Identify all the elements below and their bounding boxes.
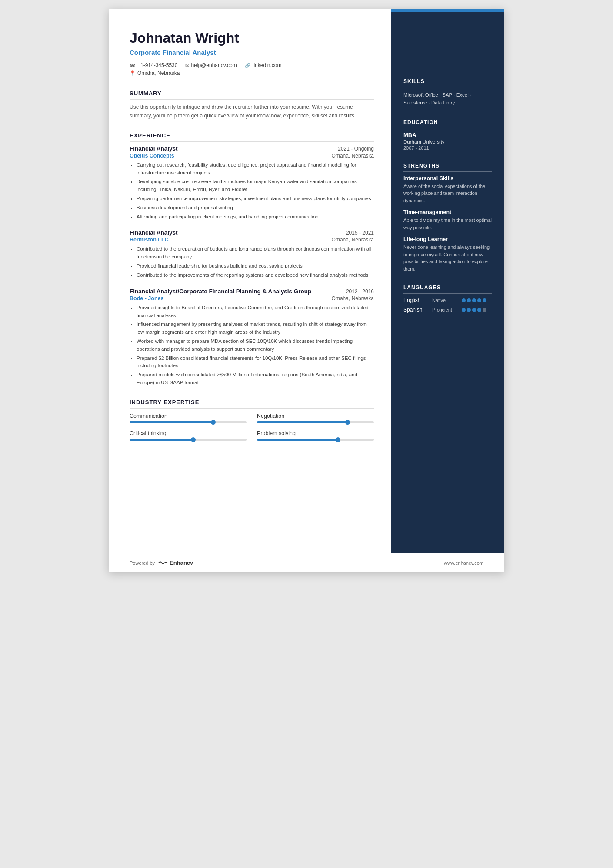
dot <box>462 308 466 312</box>
header-section: Johnatan Wright Corporate Financial Anal… <box>130 30 374 76</box>
contact-website: 🔗 linkedin.com <box>245 62 282 68</box>
bullet: Prepared models wich consolidated >$500 … <box>137 371 374 387</box>
exp-dates-2: 2015 - 2021 <box>346 230 374 236</box>
edu-degree-0: MBA <box>403 132 492 138</box>
exp-entry-2: Financial Analyst 2015 - 2021 Hermiston … <box>130 229 374 279</box>
email-icon: ✉ <box>185 63 189 68</box>
dot <box>477 298 481 302</box>
exp-entry-1: Financial Analyst 2021 - Ongoing Obelus … <box>130 145 374 221</box>
expertise-item-2: Critical thinking <box>130 430 247 441</box>
expertise-item-3: Problem solving <box>257 430 374 441</box>
exp-bullets-3: Provided insights to Board of Directors,… <box>130 304 374 387</box>
left-column: Johnatan Wright Corporate Financial Anal… <box>109 9 391 572</box>
expertise-item-0: Communication <box>130 413 247 423</box>
dot <box>467 298 471 302</box>
strength-desc-1: Able to divide my time in the most optim… <box>403 217 492 231</box>
contact-phone: ☎ +1-914-345-5530 <box>130 62 177 68</box>
dot <box>467 308 471 312</box>
bullet: Carrying out research, feasibility studi… <box>137 161 374 177</box>
expertise-bar-bg-3 <box>257 439 374 441</box>
bullet: Preparing performance improvement strate… <box>137 195 374 203</box>
bullet: Prepared $2 Billion consolidated financi… <box>137 355 374 370</box>
strength-title-1: Time-management <box>403 209 492 215</box>
strength-title-0: Interpersonal Skills <box>403 175 492 181</box>
summary-section: SUMMARY Use this opportunity to intrigue… <box>130 90 374 120</box>
exp-company-row-2: Hermiston LLC Omaha, Nebraska <box>130 237 374 243</box>
edu-school-0: Durham University <box>403 139 492 144</box>
lang-dots-1 <box>462 308 486 312</box>
expertise-grid: Communication Negotiation Critical think… <box>130 413 374 441</box>
exp-company-2: Hermiston LLC <box>130 237 169 243</box>
education-section: EDUCATION MBA Durham University 2007 - 2… <box>403 119 492 151</box>
expertise-bar-bg-0 <box>130 421 247 423</box>
footer: Powered by Enhancv www.enhancv.com <box>109 553 504 572</box>
education-title: EDUCATION <box>403 119 492 128</box>
lang-row-0: English Native <box>403 297 492 303</box>
expertise-title: INDUSTRY EXPERTISE <box>130 399 374 409</box>
strength-item-0: Interpersonal Skills Aware of the social… <box>403 175 492 204</box>
exp-entry-3: Financial Analyst/Corporate Financial Pl… <box>130 288 374 387</box>
contact-email: ✉ help@enhancv.com <box>185 62 237 68</box>
strength-desc-2: Never done learning and always seeking t… <box>403 244 492 272</box>
bullet: Provided insights to Board of Directors,… <box>137 304 374 320</box>
bullet: Business development and proposal writin… <box>137 204 374 212</box>
bullet: Contributed to the improvements of the r… <box>137 271 374 279</box>
footer-left: Powered by Enhancv <box>130 560 193 566</box>
experience-section: EXPERIENCE Financial Analyst 2021 - Ongo… <box>130 132 374 387</box>
footer-website: www.enhancv.com <box>444 560 483 566</box>
skills-section: SKILLS Microsoft Office · SAP · Excel · … <box>403 78 492 107</box>
summary-text: Use this opportunity to intrigue and dra… <box>130 103 374 120</box>
expertise-bar-fill-1 <box>257 421 348 423</box>
expertise-bar-bg-2 <box>130 439 247 441</box>
footer-logo: Enhancv <box>158 560 193 566</box>
bullet: Provided financial leadership for busine… <box>137 262 374 270</box>
location-icon: 📍 <box>130 70 136 76</box>
experience-title: EXPERIENCE <box>130 132 374 142</box>
exp-company-row-1: Obelus Concepts Omaha, Nebraska <box>130 153 374 159</box>
strength-desc-0: Aware of the social expectations of the … <box>403 183 492 204</box>
expertise-section: INDUSTRY EXPERTISE Communication Negotia… <box>130 399 374 441</box>
dot <box>477 308 481 312</box>
right-column: SKILLS Microsoft Office · SAP · Excel · … <box>391 9 504 572</box>
enhancv-logo-icon <box>158 560 168 566</box>
lang-name-1: Spanish <box>403 307 429 313</box>
lang-level-1: Proficient <box>432 307 458 312</box>
expertise-label-1: Negotiation <box>257 413 374 419</box>
bullet: Influenced management by presenting anal… <box>137 321 374 336</box>
dot <box>472 298 476 302</box>
exp-job-title-2: Financial Analyst <box>130 229 178 236</box>
accent-bar <box>391 9 504 12</box>
expertise-item-1: Negotiation <box>257 413 374 423</box>
dot <box>483 308 486 312</box>
contact-location: 📍 Omaha, Nebraska <box>130 70 180 76</box>
skills-title: SKILLS <box>403 78 492 87</box>
exp-company-3: Bode - Jones <box>130 295 164 302</box>
powered-by-label: Powered by <box>130 560 155 566</box>
exp-location-3: Omaha, Nebraska <box>332 295 374 302</box>
exp-location-1: Omaha, Nebraska <box>332 153 374 159</box>
exp-dates-3: 2012 - 2016 <box>346 288 374 295</box>
link-icon: 🔗 <box>245 63 251 68</box>
exp-location-2: Omaha, Nebraska <box>332 237 374 243</box>
dot <box>472 308 476 312</box>
brand-name: Enhancv <box>170 560 193 566</box>
exp-header-row-2: Financial Analyst 2015 - 2021 <box>130 229 374 236</box>
resume-document: Johnatan Wright Corporate Financial Anal… <box>109 9 504 572</box>
bullet: Developing suitable cost recovery tariff… <box>137 178 374 194</box>
skills-text: Microsoft Office · SAP · Excel · Salesfo… <box>403 91 492 107</box>
languages-title: LANGUAGES <box>403 285 492 294</box>
expertise-label-0: Communication <box>130 413 247 419</box>
edu-years-0: 2007 - 2011 <box>403 145 492 151</box>
summary-title: SUMMARY <box>130 90 374 100</box>
expertise-label-2: Critical thinking <box>130 430 247 436</box>
expertise-bar-bg-1 <box>257 421 374 423</box>
contact-row-1: ☎ +1-914-345-5530 ✉ help@enhancv.com 🔗 l… <box>130 62 374 68</box>
exp-job-title-3: Financial Analyst/Corporate Financial Pl… <box>130 288 311 295</box>
lang-dots-0 <box>462 298 486 302</box>
exp-bullets-2: Contributed to the preparation of budget… <box>130 245 374 279</box>
exp-job-title-1: Financial Analyst <box>130 145 178 152</box>
bullet: Worked with manager to prepare MDA secti… <box>137 338 374 353</box>
strength-item-2: Life-long Learner Never done learning an… <box>403 236 492 272</box>
lang-level-0: Native <box>432 298 458 303</box>
expertise-bar-fill-3 <box>257 439 339 441</box>
